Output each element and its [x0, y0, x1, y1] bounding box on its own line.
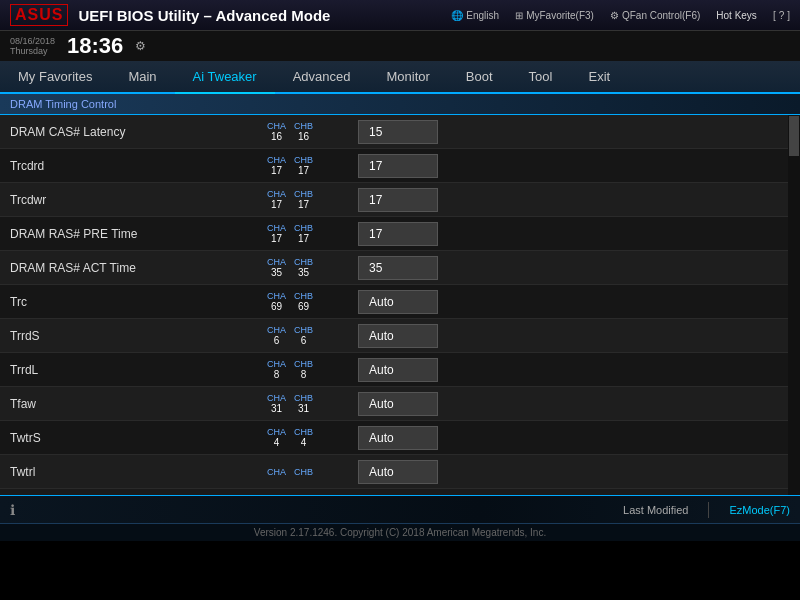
cha-block: CHA 17 [267, 189, 286, 210]
channel-values: CHA 17 CHB 17 [230, 223, 350, 244]
scroll-thumb[interactable] [789, 116, 799, 156]
tab-advanced[interactable]: Advanced [275, 61, 369, 92]
setting-value[interactable]: Auto [358, 460, 438, 484]
setting-value-box[interactable]: 17 [358, 154, 790, 178]
setting-value-box[interactable]: Auto [358, 392, 790, 416]
table-row[interactable]: TwtrS CHA 4 CHB 4 Auto [0, 421, 800, 455]
section-header: DRAM Timing Control [0, 94, 800, 115]
chb-block: CHB 4 [294, 427, 313, 448]
setting-value[interactable]: 17 [358, 188, 438, 212]
bottom-bar: ℹ Last Modified EzMode(F7) [0, 495, 800, 523]
language-label: English [466, 10, 499, 21]
asus-logo: ASUS [10, 4, 68, 26]
table-row[interactable]: TrrdS CHA 6 CHB 6 Auto [0, 319, 800, 353]
chb-label: CHB [294, 467, 313, 477]
channel-values: CHA 4 CHB 4 [230, 427, 350, 448]
ezmode-button[interactable]: EzMode(F7) [729, 504, 790, 516]
setting-value-box[interactable]: Auto [358, 324, 790, 348]
channel-values: CHA 8 CHB 8 [230, 359, 350, 380]
cha-label: CHA [267, 121, 286, 131]
setting-value[interactable]: 35 [358, 256, 438, 280]
tab-ai-tweaker[interactable]: Ai Tweaker [175, 61, 275, 94]
setting-value-box[interactable]: 17 [358, 188, 790, 212]
globe-icon: 🌐 [451, 10, 463, 21]
hotkeys-help[interactable]: [?] [773, 10, 790, 21]
tab-tool[interactable]: Tool [511, 61, 571, 92]
header-controls: 🌐 English ⊞ MyFavorite(F3) ⚙ QFan Contro… [451, 10, 790, 21]
settings-gear-icon[interactable]: ⚙ [135, 39, 146, 53]
cha-value: 4 [274, 437, 280, 448]
setting-value[interactable]: Auto [358, 324, 438, 348]
date-display: 08/16/2018 Thursday [10, 36, 55, 56]
cha-block: CHA 8 [267, 359, 286, 380]
chb-block: CHB 17 [294, 189, 313, 210]
channel-values: CHA 6 CHB 6 [230, 325, 350, 346]
tab-boot[interactable]: Boot [448, 61, 511, 92]
myfavorite-button[interactable]: ⊞ MyFavorite(F3) [515, 10, 594, 21]
cha-block: CHA 35 [267, 257, 286, 278]
ezmode-label: EzMode(F7) [729, 504, 790, 516]
cha-block: CHA [267, 467, 286, 477]
cha-block: CHA 6 [267, 325, 286, 346]
chb-value: 69 [298, 301, 309, 312]
cha-label: CHA [267, 155, 286, 165]
table-row[interactable]: TrrdL CHA 8 CHB 8 Auto [0, 353, 800, 387]
cha-value: 6 [274, 335, 280, 346]
chb-label: CHB [294, 427, 313, 437]
table-row[interactable]: DRAM RAS# ACT Time CHA 35 CHB 35 35 [0, 251, 800, 285]
setting-value[interactable]: Auto [358, 392, 438, 416]
setting-value-box[interactable]: Auto [358, 426, 790, 450]
table-row[interactable]: Tfaw CHA 31 CHB 31 Auto [0, 387, 800, 421]
chb-label: CHB [294, 223, 313, 233]
cha-block: CHA 17 [267, 223, 286, 244]
setting-value-box[interactable]: Auto [358, 290, 790, 314]
setting-name: TrrdL [10, 363, 230, 377]
setting-value-box[interactable]: Auto [358, 358, 790, 382]
table-row[interactable]: Twtrl CHA CHB Auto [0, 455, 800, 489]
cha-value: 69 [271, 301, 282, 312]
setting-name: Trcdwr [10, 193, 230, 207]
cha-block: CHA 4 [267, 427, 286, 448]
language-selector[interactable]: 🌐 English [451, 10, 499, 21]
setting-value-box[interactable]: 35 [358, 256, 790, 280]
chb-block: CHB 17 [294, 223, 313, 244]
setting-value-box[interactable]: 17 [358, 222, 790, 246]
setting-name: Tfaw [10, 397, 230, 411]
setting-value[interactable]: 17 [358, 154, 438, 178]
setting-name: Trcdrd [10, 159, 230, 173]
table-row[interactable]: Trc CHA 69 CHB 69 Auto [0, 285, 800, 319]
chb-label: CHB [294, 359, 313, 369]
tab-my-favorites[interactable]: My Favorites [0, 61, 110, 92]
chb-value: 35 [298, 267, 309, 278]
star-icon: ⊞ [515, 10, 523, 21]
setting-name: TwtrS [10, 431, 230, 445]
table-row[interactable]: DRAM CAS# Latency CHA 16 CHB 16 15 [0, 115, 800, 149]
channel-values: CHA 17 CHB 17 [230, 189, 350, 210]
bottom-actions: Last Modified EzMode(F7) [623, 502, 790, 518]
cha-label: CHA [267, 189, 286, 199]
tab-monitor[interactable]: Monitor [369, 61, 448, 92]
setting-value[interactable]: Auto [358, 358, 438, 382]
nav-bar: My Favorites Main Ai Tweaker Advanced Mo… [0, 61, 800, 94]
footer: Version 2.17.1246. Copyright (C) 2018 Am… [0, 523, 800, 541]
fan-icon: ⚙ [610, 10, 619, 21]
setting-value[interactable]: Auto [358, 290, 438, 314]
section-title: DRAM Timing Control [10, 98, 116, 110]
cha-label: CHA [267, 291, 286, 301]
scrollbar[interactable] [788, 115, 800, 495]
table-row[interactable]: DRAM RAS# PRE Time CHA 17 CHB 17 17 [0, 217, 800, 251]
setting-value-box[interactable]: Auto [358, 460, 790, 484]
qfan-button[interactable]: ⚙ QFan Control(F6) [610, 10, 700, 21]
tab-exit[interactable]: Exit [570, 61, 628, 92]
tab-main[interactable]: Main [110, 61, 174, 92]
setting-value[interactable]: 15 [358, 120, 438, 144]
table-row[interactable]: Trcdrd CHA 17 CHB 17 17 [0, 149, 800, 183]
time-display: 18:36 [67, 33, 123, 59]
setting-name: DRAM CAS# Latency [10, 125, 230, 139]
info-button[interactable]: ℹ [10, 501, 15, 519]
setting-value[interactable]: Auto [358, 426, 438, 450]
setting-value[interactable]: 17 [358, 222, 438, 246]
table-row[interactable]: Trcdwr CHA 17 CHB 17 17 [0, 183, 800, 217]
channel-values: CHA 31 CHB 31 [230, 393, 350, 414]
setting-value-box[interactable]: 15 [358, 120, 790, 144]
